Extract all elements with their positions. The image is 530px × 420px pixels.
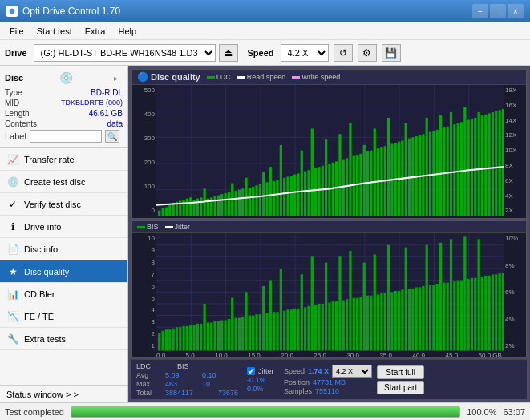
- sidebar-item-fe-te[interactable]: 📉 FE / TE: [0, 305, 127, 328]
- sidebar-item-label: CD Bler: [24, 289, 55, 299]
- drive-label: Drive: [5, 48, 27, 58]
- svg-rect-190: [353, 298, 355, 351]
- sidebar-item-label: Create test disc: [24, 177, 85, 187]
- start-full-button[interactable]: Start full: [377, 365, 424, 379]
- sidebar-item-disc-info[interactable]: 📄 Disc info: [0, 238, 127, 260]
- svg-rect-168: [276, 313, 278, 351]
- sidebar-item-cd-bler[interactable]: 📊 CD Bler: [0, 283, 127, 305]
- status-window-link[interactable]: Status window > >: [0, 385, 127, 402]
- legend-jitter: Jitter: [165, 223, 191, 231]
- jitter-legend-dot: [165, 226, 173, 228]
- cd-bler-icon: 📊: [6, 288, 19, 301]
- sidebar-item-label: Verify test disc: [24, 200, 81, 209]
- svg-rect-67: [338, 134, 341, 216]
- svg-rect-194: [366, 296, 369, 351]
- elapsed-time: 63:07: [503, 407, 525, 417]
- ldc-svg: [156, 85, 504, 216]
- stats-jitter: Jitter -0.1% 0.0%: [247, 367, 279, 393]
- svg-rect-59: [311, 128, 314, 216]
- svg-rect-165: [265, 313, 268, 351]
- sidebar-item-label: Disc quality: [24, 267, 69, 277]
- svg-rect-221: [460, 281, 463, 351]
- main-layout: Disc 💿 ▸ Type BD-R DL MID TDKBLDRFB (000…: [0, 66, 530, 402]
- sidebar-item-drive-info[interactable]: ℹ Drive info: [0, 216, 127, 238]
- total-bis-val: 73676: [218, 389, 242, 397]
- svg-rect-95: [436, 130, 439, 216]
- y-axis-right-bottom: 10% 8% 6% 4% 2%: [504, 233, 526, 351]
- svg-rect-228: [484, 276, 487, 351]
- svg-rect-180: [318, 304, 320, 351]
- avg-bis-val: 0.10: [202, 371, 226, 379]
- eject-button[interactable]: ⏏: [219, 44, 238, 62]
- speed-dropdown[interactable]: 4.2 X: [332, 365, 372, 378]
- svg-rect-71: [353, 156, 355, 216]
- sidebar-item-create-test-disc[interactable]: 💿 Create test disc: [0, 171, 127, 193]
- svg-rect-200: [387, 245, 390, 351]
- svg-rect-181: [322, 304, 324, 351]
- svg-rect-101: [457, 123, 459, 216]
- svg-rect-99: [450, 112, 452, 216]
- svg-rect-196: [374, 255, 376, 351]
- svg-rect-225: [474, 278, 476, 351]
- speed-select[interactable]: 4.2 X: [281, 44, 329, 62]
- jitter-max-row: 0.0%: [247, 385, 279, 393]
- max-bis-val: 10: [202, 380, 226, 388]
- minimize-button[interactable]: −: [472, 4, 488, 18]
- svg-rect-49: [276, 180, 278, 216]
- menu-start-test[interactable]: Start test: [30, 25, 79, 38]
- jitter-checkbox[interactable]: [247, 367, 255, 375]
- svg-rect-103: [463, 107, 466, 216]
- svg-rect-231: [495, 275, 497, 351]
- svg-rect-22: [182, 200, 184, 216]
- status-bar: Test completed 100.0% 63:07: [0, 402, 530, 420]
- sidebar-item-disc-quality[interactable]: ★ Disc quality: [0, 260, 127, 283]
- svg-rect-155: [231, 298, 233, 351]
- drive-toolbar: Drive (G:) HL-DT-ST BD-RE WH16NS48 1.D3 …: [0, 40, 530, 66]
- menu-extra[interactable]: Extra: [79, 25, 112, 38]
- svg-rect-143: [189, 325, 192, 351]
- svg-rect-142: [186, 326, 188, 351]
- svg-rect-56: [301, 151, 303, 216]
- bis-chart-panel: BIS Jitter 10 9 8 7 6 5 4 3 2: [131, 220, 527, 357]
- x-axis-bottom: 0.0 5.0 10.0 15.0 20.0 25.0 30.0 35.0 40…: [132, 351, 526, 357]
- svg-rect-111: [492, 112, 494, 216]
- close-button[interactable]: ×: [508, 4, 524, 18]
- svg-rect-158: [241, 317, 244, 351]
- sidebar-item-verify-test-disc[interactable]: ✓ Verify test disc: [0, 193, 127, 216]
- refresh-button[interactable]: ↺: [334, 44, 353, 62]
- total-ldc-val: 3884117: [165, 389, 205, 397]
- svg-rect-153: [224, 321, 226, 351]
- drive-select[interactable]: (G:) HL-DT-ST BD-RE WH16NS48 1.D3: [34, 44, 216, 62]
- samples-value: 755110: [315, 387, 339, 395]
- chart-icon-top: 🔵: [137, 71, 149, 83]
- speed-row: Speed 1.74 X 4.2 X: [284, 365, 372, 378]
- menu-file[interactable]: File: [3, 25, 30, 38]
- menu-help[interactable]: Help: [111, 25, 143, 38]
- start-part-button[interactable]: Start part: [377, 381, 424, 394]
- svg-rect-72: [356, 155, 358, 216]
- contents-value: data: [107, 119, 123, 128]
- svg-rect-152: [220, 321, 223, 351]
- svg-rect-147: [203, 304, 205, 351]
- stats-avg-row: Avg 5.09 0.10: [136, 371, 242, 379]
- settings-button[interactable]: ⚙: [358, 44, 377, 62]
- svg-rect-219: [453, 282, 455, 351]
- maximize-button[interactable]: □: [490, 4, 506, 18]
- svg-rect-65: [332, 163, 334, 216]
- progress-percent: 100.0%: [467, 407, 496, 417]
- svg-rect-209: [419, 288, 421, 351]
- sidebar-item-transfer-rate[interactable]: 📈 Transfer rate: [0, 148, 127, 171]
- svg-rect-137: [168, 330, 171, 351]
- max-ldc-val: 463: [165, 380, 189, 388]
- save-button[interactable]: 💾: [382, 44, 401, 62]
- svg-rect-164: [262, 286, 265, 351]
- svg-rect-50: [280, 145, 282, 216]
- svg-rect-77: [374, 128, 376, 216]
- label-button[interactable]: 🔍: [105, 130, 119, 143]
- label-input[interactable]: [30, 130, 102, 143]
- transfer-rate-icon: 📈: [6, 153, 19, 166]
- svg-rect-135: [161, 331, 164, 351]
- position-value: 47731 MB: [313, 378, 346, 386]
- sidebar-item-extra-tests[interactable]: 🔧 Extra tests: [0, 328, 127, 350]
- svg-rect-205: [405, 248, 407, 351]
